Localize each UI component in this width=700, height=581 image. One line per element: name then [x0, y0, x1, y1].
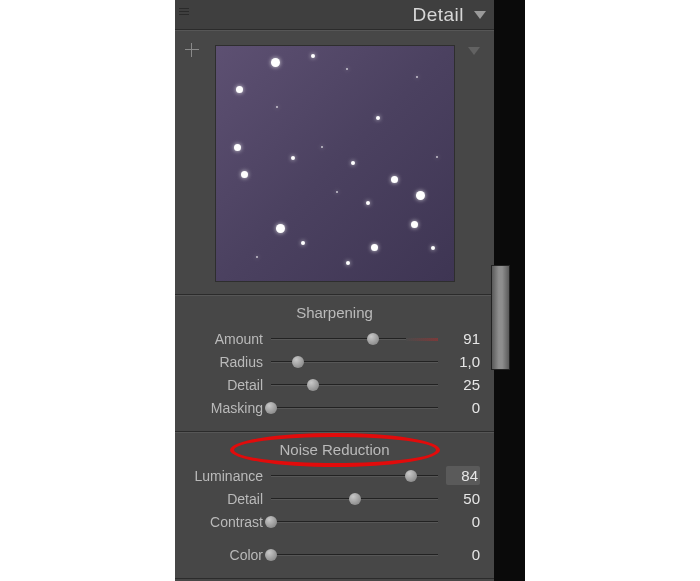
noise-reduction-group: Noise Reduction Luminance 84 Detail 50 C…	[175, 432, 494, 579]
masking-row: Masking 0	[189, 396, 480, 419]
nr-detail-row: Detail 50	[189, 487, 480, 510]
amount-slider[interactable]	[271, 332, 438, 346]
slider-knob[interactable]	[265, 549, 277, 561]
luminance-slider[interactable]	[271, 469, 438, 483]
radius-value[interactable]: 1,0	[446, 353, 480, 370]
masking-value[interactable]: 0	[446, 399, 480, 416]
detail-value[interactable]: 25	[446, 376, 480, 393]
scroll-handle[interactable]	[491, 265, 510, 370]
amount-row: Amount 91	[189, 327, 480, 350]
color-label: Color	[189, 547, 263, 563]
sharpening-title: Sharpening	[189, 304, 480, 321]
contrast-label: Contrast	[189, 514, 263, 530]
chevron-down-icon[interactable]	[474, 11, 486, 19]
detail-label: Detail	[189, 377, 263, 393]
noise-title: Noise Reduction	[189, 441, 480, 458]
luminance-row: Luminance 84	[189, 464, 480, 487]
luminance-label: Luminance	[189, 468, 263, 484]
radius-slider[interactable]	[271, 355, 438, 369]
grip-icon	[179, 8, 189, 22]
preview-section	[175, 30, 494, 295]
color-slider[interactable]	[271, 548, 438, 562]
radius-label: Radius	[189, 354, 263, 370]
contrast-row: Contrast 0	[189, 510, 480, 533]
nr-detail-value[interactable]: 50	[446, 490, 480, 507]
slider-knob[interactable]	[367, 333, 379, 345]
preview-toggle-icon[interactable]	[468, 47, 480, 55]
panel-title: Detail	[412, 4, 464, 26]
slider-knob[interactable]	[265, 516, 277, 528]
slider-knob[interactable]	[307, 379, 319, 391]
color-value[interactable]: 0	[446, 546, 480, 563]
detail-preview[interactable]	[215, 45, 455, 282]
slider-knob[interactable]	[265, 402, 277, 414]
panel-header[interactable]: Detail	[175, 0, 494, 30]
amount-value[interactable]: 91	[446, 330, 480, 347]
sharpening-group: Sharpening Amount 91 Radius 1,0 Detail 2	[175, 295, 494, 432]
radius-row: Radius 1,0	[189, 350, 480, 373]
detail-row: Detail 25	[189, 373, 480, 396]
masking-label: Masking	[189, 400, 263, 416]
contrast-slider[interactable]	[271, 515, 438, 529]
masking-slider[interactable]	[271, 401, 438, 415]
detail-panel: Detail	[175, 0, 494, 581]
contrast-value[interactable]: 0	[446, 513, 480, 530]
nr-detail-label: Detail	[189, 491, 263, 507]
color-row: Color 0	[189, 543, 480, 566]
detail-slider[interactable]	[271, 378, 438, 392]
nr-detail-slider[interactable]	[271, 492, 438, 506]
slider-knob[interactable]	[292, 356, 304, 368]
luminance-value[interactable]: 84	[446, 466, 480, 485]
slider-knob[interactable]	[349, 493, 361, 505]
amount-label: Amount	[189, 331, 263, 347]
target-picker-icon[interactable]	[185, 43, 199, 57]
slider-knob[interactable]	[405, 470, 417, 482]
